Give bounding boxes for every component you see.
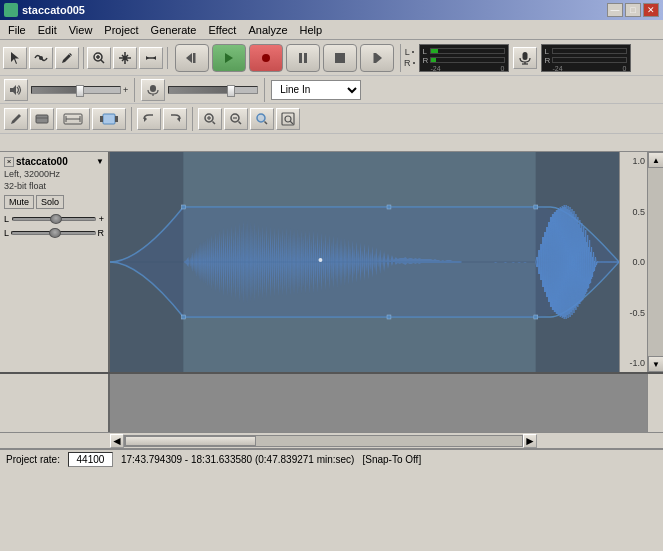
- y-axis-neg0.5: -0.5: [622, 308, 645, 318]
- svg-rect-14: [304, 53, 307, 63]
- scroll-track[interactable]: [648, 168, 663, 356]
- svg-rect-28: [115, 116, 118, 122]
- track-title-row: × staccato00 ▼: [4, 156, 104, 167]
- svg-line-3: [101, 60, 104, 63]
- svg-line-39: [265, 121, 268, 124]
- zoom-in-tool-button[interactable]: [87, 47, 111, 69]
- gain-slider[interactable]: [12, 213, 96, 225]
- pan-slider[interactable]: [11, 227, 95, 239]
- toolbar-row-3: [0, 104, 663, 134]
- redo-button[interactable]: [163, 108, 187, 130]
- menu-effect[interactable]: Effect: [202, 22, 242, 38]
- menu-view[interactable]: View: [63, 22, 99, 38]
- waveform-display[interactable]: [110, 152, 619, 372]
- record-button[interactable]: [249, 44, 283, 72]
- scroll-up-button[interactable]: ▲: [648, 152, 663, 168]
- svg-rect-55: [181, 315, 185, 319]
- transport-group: [171, 44, 401, 72]
- separator-4: [192, 107, 193, 131]
- menu-edit[interactable]: Edit: [32, 22, 63, 38]
- menu-project[interactable]: Project: [98, 22, 144, 38]
- gain-row: L +: [4, 213, 104, 225]
- speaker-icon[interactable]: [4, 79, 28, 101]
- vu-scale-high: 0: [501, 65, 505, 72]
- y-axis-0.5: 0.5: [622, 207, 645, 217]
- mute-button[interactable]: Mute: [4, 195, 34, 209]
- mic-input-icon[interactable]: [141, 79, 165, 101]
- pan-tool-button[interactable]: [113, 47, 137, 69]
- vu-scale2-low: -24: [553, 65, 563, 72]
- input-source-select[interactable]: Line In: [271, 80, 361, 100]
- menu-generate[interactable]: Generate: [145, 22, 203, 38]
- menu-file[interactable]: File: [2, 22, 32, 38]
- zoom-project-button[interactable]: [276, 108, 300, 130]
- title-buttons: — □ ✕: [607, 3, 659, 17]
- play-button[interactable]: [212, 44, 246, 72]
- waveform-container: 1.0 0.5 0.0 -0.5 -1.0 ▲ ▼: [110, 152, 663, 372]
- zoom-fit-button[interactable]: [56, 108, 90, 130]
- svg-point-38: [257, 114, 265, 122]
- audio-clip-button[interactable]: [30, 108, 54, 130]
- svg-rect-53: [181, 205, 185, 209]
- scroll-down-button[interactable]: ▼: [648, 356, 663, 372]
- stop-button[interactable]: [323, 44, 357, 72]
- pan-row: L R: [4, 227, 104, 239]
- volume-slider[interactable]: [31, 86, 121, 94]
- zoom-selection-button[interactable]: [250, 108, 274, 130]
- y-axis-neg1.0: -1.0: [622, 358, 645, 368]
- svg-rect-24: [36, 115, 48, 123]
- pan-left-label: L: [4, 228, 9, 238]
- main-track-area: × staccato00 ▼ Left, 32000Hz 32-bit floa…: [0, 152, 663, 372]
- zoom-out-button[interactable]: [224, 108, 248, 130]
- svg-point-59: [318, 258, 322, 262]
- y-axis-0.0: 0.0: [622, 257, 645, 267]
- mic-gain-control: [168, 86, 258, 94]
- svg-rect-27: [100, 116, 103, 122]
- track-info-2: 32-bit float: [4, 181, 104, 191]
- edit-pencil-button[interactable]: [4, 108, 28, 130]
- envelope-tool-button[interactable]: [29, 47, 53, 69]
- tool-group: [3, 47, 84, 69]
- select-tool-button[interactable]: [3, 47, 27, 69]
- fast-forward-button[interactable]: [360, 44, 394, 72]
- svg-rect-10: [193, 53, 196, 63]
- separator-2: [264, 78, 265, 102]
- solo-button[interactable]: Solo: [36, 195, 64, 209]
- menu-analyze[interactable]: Analyze: [242, 22, 293, 38]
- mic-icon[interactable]: [513, 47, 537, 69]
- vu-left-meter: L R -24 0: [419, 44, 509, 72]
- pause-button[interactable]: [286, 44, 320, 72]
- vu-scale2-high: 0: [623, 65, 627, 72]
- multi-tool-button[interactable]: [139, 47, 163, 69]
- vu-right-label: R: [404, 58, 411, 68]
- undo-button[interactable]: [137, 108, 161, 130]
- mic-gain-slider[interactable]: [168, 86, 258, 94]
- vu-left-label: L: [405, 47, 410, 57]
- track-close-button[interactable]: ×: [4, 157, 14, 167]
- draw-tool-button[interactable]: [55, 47, 79, 69]
- scroll-right-button[interactable]: ►: [523, 434, 537, 448]
- vu-scale-low: -24: [431, 65, 441, 72]
- h-scroll-thumb[interactable]: [125, 436, 256, 446]
- track-dropdown-arrow[interactable]: ▼: [96, 157, 104, 166]
- empty-track-header: [0, 374, 110, 432]
- menu-help[interactable]: Help: [294, 22, 329, 38]
- svg-rect-18: [522, 52, 527, 60]
- scroll-left-button[interactable]: ◄: [110, 434, 124, 448]
- svg-rect-57: [387, 205, 391, 209]
- zoom-in-button[interactable]: [198, 108, 222, 130]
- trim-audio-button[interactable]: [92, 108, 126, 130]
- minimize-button[interactable]: —: [607, 3, 623, 17]
- project-rate-label: Project rate:: [6, 454, 60, 465]
- svg-rect-17: [374, 53, 377, 63]
- maximize-button[interactable]: □: [625, 3, 641, 17]
- svg-marker-30: [177, 116, 180, 122]
- svg-rect-15: [335, 53, 345, 63]
- empty-scrollbar-right: [647, 374, 663, 432]
- svg-point-12: [262, 54, 270, 62]
- close-button[interactable]: ✕: [643, 3, 659, 17]
- rewind-button[interactable]: [175, 44, 209, 72]
- h-scroll-track[interactable]: [124, 435, 523, 447]
- separator-3: [131, 107, 132, 131]
- svg-line-36: [239, 121, 242, 124]
